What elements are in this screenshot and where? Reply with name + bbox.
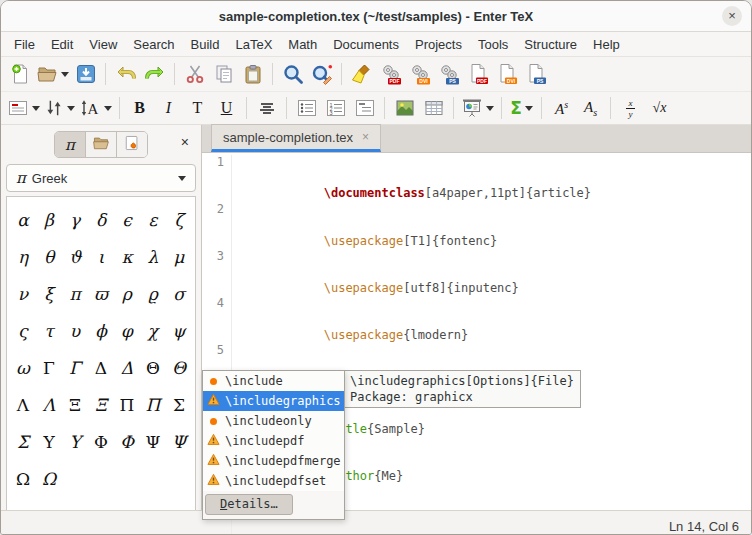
greek-symbol[interactable]: Λ bbox=[43, 394, 55, 416]
cut-button[interactable] bbox=[181, 61, 208, 87]
greek-symbol[interactable]: ε bbox=[149, 209, 158, 231]
greek-symbol[interactable]: γ bbox=[70, 209, 80, 231]
greek-symbol[interactable]: Ξ bbox=[95, 394, 107, 416]
greek-symbol[interactable]: β bbox=[44, 209, 54, 231]
new-document-button[interactable] bbox=[6, 61, 33, 87]
greek-symbol[interactable]: ψ bbox=[172, 320, 185, 342]
fraction-button[interactable]: xy bbox=[617, 95, 644, 121]
tab-close-icon[interactable]: × bbox=[362, 130, 369, 144]
menu-item[interactable]: Projects bbox=[407, 34, 470, 55]
sidebar-tab-files[interactable] bbox=[86, 132, 117, 157]
center-align-button[interactable] bbox=[253, 95, 280, 121]
greek-symbol[interactable]: Υ bbox=[69, 431, 80, 453]
compile-pdf-button[interactable]: PDF bbox=[377, 61, 404, 87]
menu-item[interactable]: Structure bbox=[516, 34, 585, 55]
greek-symbol[interactable]: Π bbox=[120, 394, 135, 416]
menu-item[interactable]: Help bbox=[585, 34, 628, 55]
menu-item[interactable]: Search bbox=[125, 34, 182, 55]
redo-button[interactable] bbox=[141, 61, 168, 87]
find-replace-button[interactable] bbox=[308, 61, 335, 87]
greek-symbol[interactable]: Λ bbox=[17, 394, 29, 416]
menu-item[interactable]: File bbox=[6, 34, 43, 55]
subscript-button[interactable]: As bbox=[577, 95, 604, 121]
greek-symbol[interactable]: σ bbox=[173, 283, 185, 305]
greek-symbol[interactable]: κ bbox=[122, 246, 133, 268]
copy-button[interactable] bbox=[210, 61, 237, 87]
completion-item[interactable]: \includeonly bbox=[203, 411, 344, 431]
menu-item[interactable]: Edit bbox=[43, 34, 81, 55]
superscript-button[interactable]: As bbox=[548, 95, 575, 121]
greek-symbol[interactable]: Γ bbox=[69, 357, 81, 379]
greek-symbol[interactable]: Ω bbox=[42, 468, 56, 490]
completion-item[interactable]: \includepdfset bbox=[203, 471, 344, 491]
greek-symbol[interactable]: ϑ bbox=[69, 246, 81, 268]
description-list-button[interactable] bbox=[351, 95, 378, 121]
line-spacing-button[interactable] bbox=[43, 95, 76, 121]
save-button[interactable] bbox=[72, 61, 99, 87]
greek-symbol[interactable]: δ bbox=[96, 209, 106, 231]
square-root-button[interactable]: √x bbox=[646, 95, 673, 121]
text-style-button[interactable]: T bbox=[184, 95, 211, 121]
menu-item[interactable]: LaTeX bbox=[227, 34, 280, 55]
greek-symbol[interactable]: λ bbox=[148, 246, 159, 268]
greek-symbol[interactable]: ξ bbox=[44, 283, 53, 305]
greek-symbol[interactable]: α bbox=[17, 209, 28, 231]
menu-item[interactable]: Documents bbox=[325, 34, 407, 55]
clean-auxiliary-button[interactable] bbox=[348, 61, 375, 87]
window-close-button[interactable]: × bbox=[722, 6, 742, 26]
compile-dvi-button[interactable]: DVI bbox=[406, 61, 433, 87]
greek-symbol[interactable]: Π bbox=[146, 394, 161, 416]
open-file-button[interactable] bbox=[35, 61, 70, 87]
symbol-category-select[interactable]: π Greek bbox=[6, 164, 196, 192]
sidebar-close-button[interactable]: × bbox=[181, 135, 189, 149]
insert-chart-button[interactable] bbox=[460, 95, 495, 121]
greek-symbol[interactable]: ϕ bbox=[95, 320, 107, 342]
completion-item[interactable]: \includepdf bbox=[203, 431, 344, 451]
greek-symbol[interactable]: Γ bbox=[43, 357, 55, 379]
greek-symbol[interactable]: ϱ bbox=[148, 283, 158, 305]
greek-symbol[interactable]: ϖ bbox=[94, 283, 108, 305]
insert-table-button[interactable] bbox=[420, 95, 447, 121]
greek-symbol[interactable]: ι bbox=[98, 246, 105, 268]
greek-symbol[interactable]: ς bbox=[18, 320, 28, 342]
greek-symbol[interactable]: Φ bbox=[94, 431, 108, 453]
compile-ps-button[interactable]: PS bbox=[435, 61, 462, 87]
editor-tab-active[interactable]: sample-completion.tex × bbox=[211, 124, 381, 152]
completion-item[interactable]: \includepdfmerge bbox=[203, 451, 344, 471]
greek-symbol[interactable]: ζ bbox=[174, 209, 183, 231]
bold-button[interactable]: B bbox=[126, 95, 153, 121]
greek-symbol[interactable]: χ bbox=[148, 320, 158, 342]
greek-symbol[interactable]: μ bbox=[173, 246, 184, 268]
italic-button[interactable]: I bbox=[155, 95, 182, 121]
greek-symbol[interactable]: Ω bbox=[16, 468, 30, 490]
paste-button[interactable] bbox=[239, 61, 266, 87]
greek-symbol[interactable]: Σ bbox=[17, 431, 29, 453]
find-button[interactable] bbox=[279, 61, 306, 87]
greek-symbol[interactable]: Ψ bbox=[146, 431, 161, 453]
completion-item[interactable]: \includegraphics bbox=[203, 391, 344, 411]
paragraph-style-button[interactable] bbox=[6, 95, 41, 121]
sidebar-tab-symbols[interactable]: π bbox=[55, 132, 86, 157]
greek-symbol[interactable]: Θ bbox=[146, 357, 160, 379]
underline-button[interactable]: U bbox=[213, 95, 240, 121]
font-size-button[interactable]: A bbox=[78, 95, 113, 121]
undo-button[interactable] bbox=[112, 61, 139, 87]
greek-symbol[interactable]: θ bbox=[44, 246, 54, 268]
greek-symbol[interactable]: Δ bbox=[95, 357, 107, 379]
completion-item[interactable]: \include bbox=[203, 371, 344, 391]
greek-symbol[interactable]: υ bbox=[70, 320, 80, 342]
greek-symbol[interactable]: φ bbox=[121, 320, 133, 342]
greek-symbol[interactable]: ϵ bbox=[122, 209, 132, 231]
view-pdf-button[interactable]: PDF bbox=[464, 61, 491, 87]
greek-symbol[interactable]: ω bbox=[16, 357, 30, 379]
menu-item[interactable]: Build bbox=[183, 34, 228, 55]
greek-symbol[interactable]: η bbox=[18, 246, 28, 268]
view-dvi-button[interactable]: DVI bbox=[493, 61, 520, 87]
greek-symbol[interactable]: Σ bbox=[173, 394, 185, 416]
bullet-list-button[interactable] bbox=[293, 95, 320, 121]
greek-symbol[interactable]: ρ bbox=[122, 283, 132, 305]
sidebar-tab-most-used[interactable] bbox=[117, 132, 147, 157]
math-sum-button[interactable]: Σ bbox=[508, 95, 535, 121]
insert-image-button[interactable] bbox=[391, 95, 418, 121]
greek-symbol[interactable]: π bbox=[69, 283, 80, 305]
